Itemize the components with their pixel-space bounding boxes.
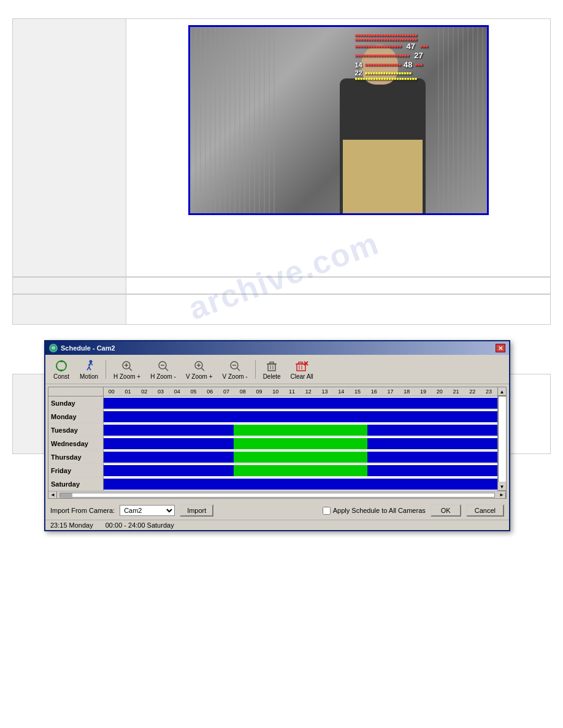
hour-19: 19 [415,387,432,396]
import-camera-select[interactable]: Cam2 [120,505,175,516]
thursday-schedule[interactable] [104,450,497,464]
schedule-row-sunday[interactable]: Sunday [48,396,497,410]
motion-number-47: 47 [407,42,415,51]
person-shorts [343,140,423,213]
thursday-blue-block-right [367,452,497,463]
sunday-blue-block [104,398,497,409]
scroll-track [498,396,507,482]
const-icon [54,358,69,373]
tuesday-schedule[interactable] [104,423,497,437]
hour-10: 10 [268,387,285,396]
svg-rect-26 [270,362,274,364]
hour-07: 07 [218,387,235,396]
day-column-header [48,387,104,396]
dialog-status-bar: 23:15 Monday 00:00 - 24:00 Saturday [45,520,509,530]
motion-detection-overlay: ■■■■■■■■■■■■■■■■■■■■■■■■ ■■■■■■■■■■■■■■■… [355,33,478,113]
hour-14: 14 [334,387,350,396]
hour-12: 12 [301,387,317,396]
delete-icon [264,358,279,373]
schedule-grid-inner: 00 01 02 03 04 05 06 07 08 09 10 11 12 1… [48,387,497,491]
vzoom-plus-label: V Zoom + [186,373,213,380]
dialog-close-button[interactable]: ✕ [496,344,505,352]
svg-point-4 [90,360,93,363]
svg-line-15 [166,368,169,371]
svg-line-9 [91,363,93,366]
scroll-right-button[interactable]: ► [497,491,506,499]
hour-06: 06 [202,387,219,396]
sunday-label: Sunday [48,396,104,409]
hour-22: 22 [465,387,481,396]
toolbar-delete-button[interactable]: Delete [259,357,285,381]
clear-all-icon [294,358,309,373]
hour-header-row: 00 01 02 03 04 05 06 07 08 09 10 11 12 1… [104,387,497,396]
monday-label: Monday [48,410,104,423]
status-time-day: 23:15 Monday [50,521,93,529]
toolbar-clear-all-button[interactable]: Clear All [287,357,317,381]
wednesday-blue-block-left [104,438,234,449]
import-button[interactable]: Import [180,504,213,517]
dialog-bottom-controls: Import From Camera: Cam2 Import Apply Sc… [45,501,509,520]
schedule-row-saturday[interactable]: Saturday [48,477,497,491]
tuesday-blue-block-left [104,425,234,436]
motion-number-14: 14 [355,61,362,69]
hour-21: 21 [448,387,465,396]
hour-01: 01 [120,387,137,396]
vertical-scrollbar[interactable]: ▲ ▼ [497,387,506,491]
hour-13: 13 [317,387,334,396]
schedule-row-thursday[interactable]: Thursday [48,450,497,464]
toolbar-vzoom-minus-button[interactable]: V Zoom - [219,357,251,381]
scroll-up-button[interactable]: ▲ [498,387,507,396]
saturday-blue-block [104,479,497,490]
right-panel: ■■■■■■■■■■■■■■■■■■■■■■■■ ■■■■■■■■■■■■■■■… [126,19,550,276]
schedule-row-tuesday[interactable]: Tuesday [48,423,497,437]
hour-18: 18 [399,387,416,396]
toolbar-vzoom-plus-button[interactable]: V Zoom + [182,357,216,381]
toolbar-const-button[interactable]: Const [49,357,74,381]
tuesday-blue-block-right [367,425,497,436]
schedule-row-monday[interactable]: Monday [48,410,497,423]
hour-02: 02 [137,387,153,396]
svg-line-22 [237,368,240,371]
camera-background: ■■■■■■■■■■■■■■■■■■■■■■■■ ■■■■■■■■■■■■■■■… [190,27,487,213]
apply-all-checkbox[interactable] [323,507,331,515]
delete-label: Delete [263,373,281,380]
hour-16: 16 [366,387,383,396]
schedule-row-wednesday[interactable]: Wednesday [48,437,497,450]
wednesday-label: Wednesday [48,437,104,450]
hzoom-plus-label: H Zoom + [113,373,140,380]
schedule-dialog: Schedule - Cam2 ✕ Const [44,340,510,531]
thursday-blue-block-left [104,452,234,463]
status-schedule-range: 00:00 - 24:00 Saturday [105,521,174,529]
bottom-row1-right [126,278,550,294]
cancel-button[interactable]: Cancel [466,504,504,517]
apply-all-label: Apply Schedule to All Cameras [333,507,426,514]
motion-number-27: 27 [414,51,423,60]
friday-schedule[interactable] [104,464,497,477]
scroll-down-button[interactable]: ▼ [498,482,507,491]
monday-schedule[interactable] [104,410,497,423]
dialog-title-icon [49,344,58,352]
saturday-schedule[interactable] [104,477,497,491]
horizontal-scrollbar[interactable]: ◄ ► [48,491,506,498]
svg-rect-31 [299,362,302,364]
wednesday-green-block [234,438,367,449]
hour-05: 05 [186,387,202,396]
svg-line-11 [129,368,132,371]
toolbar-hzoom-plus-button[interactable]: H Zoom + [110,357,144,381]
schedule-row-friday[interactable]: Friday [48,464,497,477]
bottom-row1-left [13,278,126,294]
clear-all-label: Clear All [291,373,313,380]
svg-line-6 [87,367,89,370]
svg-line-7 [89,367,91,370]
toolbar-hzoom-minus-button[interactable]: H Zoom - [147,357,180,381]
bottom-row2-left [13,295,126,324]
sunday-schedule[interactable] [104,396,497,410]
vzoom-minus-label: V Zoom - [223,373,248,380]
toolbar-separator-1 [105,360,106,379]
ok-button[interactable]: OK [431,504,461,517]
scroll-left-button[interactable]: ◄ [48,491,57,499]
toolbar-motion-button[interactable]: Motion [76,357,102,381]
hzoom-plus-icon [120,358,134,373]
wednesday-schedule[interactable] [104,437,497,450]
tuesday-label: Tuesday [48,423,104,436]
